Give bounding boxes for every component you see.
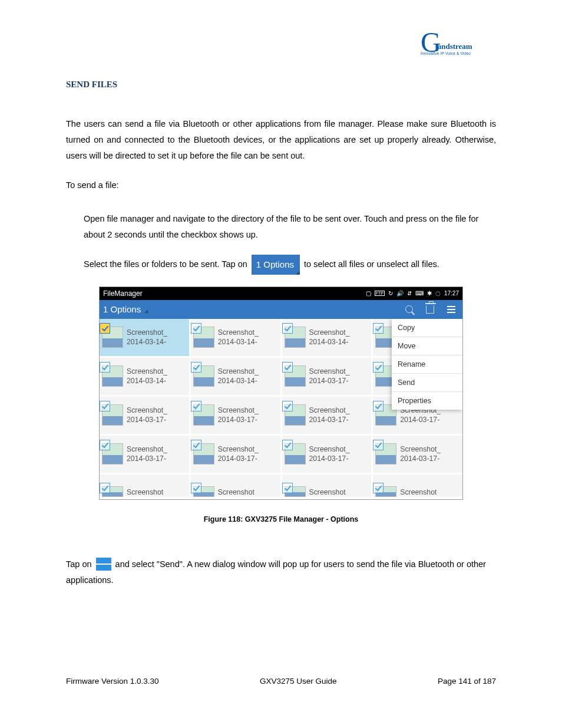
checkbox-icon[interactable] xyxy=(282,323,293,334)
file-thumbnail xyxy=(285,443,306,465)
delete-button[interactable] xyxy=(422,302,438,317)
hamburger-chip-inline xyxy=(96,558,111,571)
file-label: Screenshot xyxy=(218,487,254,498)
checkbox-icon[interactable] xyxy=(282,440,293,450)
file-cell[interactable]: Screenshot_2014-03-17- xyxy=(100,397,191,436)
checkbox-icon[interactable] xyxy=(373,323,384,334)
step-1: Open file manager and navigate to the di… xyxy=(66,211,496,243)
file-label: Screenshot_2014-03-14- xyxy=(127,328,167,347)
checkbox-icon[interactable] xyxy=(373,362,384,373)
app-title: FileManager xyxy=(103,289,143,298)
file-cell[interactable]: Screenshot_2014-03-14- xyxy=(191,319,282,358)
menu-rename[interactable]: Rename xyxy=(392,355,462,374)
footer-left: Firmware Version 1.0.3.30 xyxy=(66,677,159,686)
checkbox-icon[interactable] xyxy=(191,362,201,373)
file-thumbnail xyxy=(193,365,214,387)
file-cell[interactable]: Screenshot_2014-03-17- xyxy=(282,436,373,475)
menu-copy[interactable]: Copy xyxy=(392,319,462,337)
file-thumbnail xyxy=(285,327,306,348)
file-cell[interactable]: Screenshot_2014-03-14- xyxy=(191,358,282,397)
file-cell[interactable]: Screenshot_2014-03-17- xyxy=(191,436,282,475)
bluetooth-icon: ✱ xyxy=(427,290,432,297)
checkbox-icon[interactable] xyxy=(191,323,201,334)
checkbox-icon[interactable] xyxy=(100,362,110,373)
step-3-pre: Tap on xyxy=(66,559,94,568)
menu-button[interactable] xyxy=(444,302,459,317)
checkbox-icon[interactable] xyxy=(282,401,293,411)
file-cell[interactable]: Screenshot_2014-03-17- xyxy=(191,397,282,436)
checkbox-icon[interactable] xyxy=(373,401,384,411)
checkbox-icon[interactable] xyxy=(100,401,110,411)
options-chip-inline: 1 Options xyxy=(252,255,300,275)
file-cell[interactable]: Screenshot xyxy=(282,475,373,498)
file-cell[interactable]: Screenshot xyxy=(373,475,462,498)
file-label: Screenshot xyxy=(309,487,346,498)
file-label: Screenshot_2014-03-14- xyxy=(218,328,259,347)
file-label: Screenshot_2014-03-17- xyxy=(127,444,167,464)
step-2-post: to select all files or unselect all file… xyxy=(304,259,439,269)
page-footer: Firmware Version 1.0.3.30 GXV3275 User G… xyxy=(66,677,496,686)
file-cell[interactable]: Screenshot_2014-03-14- xyxy=(100,319,191,358)
file-thumbnail xyxy=(102,486,123,497)
footer-center: GXV3275 User Guide xyxy=(260,677,337,686)
checkbox-icon[interactable] xyxy=(191,401,201,411)
file-cell[interactable]: Screenshot xyxy=(100,475,191,498)
checkbox-icon[interactable] xyxy=(282,362,293,373)
checkbox-icon[interactable] xyxy=(373,483,384,493)
checkbox-icon[interactable] xyxy=(191,440,201,450)
file-label: Screenshot_2014-03-14- xyxy=(127,367,167,386)
step-2-pre: Select the files or folders to be sent. … xyxy=(84,259,250,269)
file-cell[interactable]: Screenshot_2014-03-17- xyxy=(282,358,373,397)
clock-icon: ◌ xyxy=(435,290,441,297)
lead-in-text: To send a file: xyxy=(66,177,496,193)
checkbox-icon[interactable] xyxy=(282,483,293,493)
keyboard-icon: ⌨ xyxy=(415,290,424,297)
file-thumbnail xyxy=(375,486,396,497)
checkbox-icon[interactable] xyxy=(191,483,201,493)
picture-icon: ▢ xyxy=(366,290,371,297)
file-label: Screenshot_2014-03-17- xyxy=(309,444,350,464)
file-thumbnail xyxy=(193,443,214,465)
status-icons: ▢ FTP ↻ 🔊 ⇵ ⌨ ✱ ◌ 17:27 xyxy=(366,290,459,297)
sync-icon: ↻ xyxy=(388,290,393,297)
step-3-post: and select "Send". A new dialog window w… xyxy=(66,559,486,585)
checkbox-icon[interactable] xyxy=(100,323,110,334)
checkbox-icon[interactable] xyxy=(100,483,110,493)
context-menu: Copy Move Rename Send Properties xyxy=(392,319,462,410)
options-dropdown[interactable]: 1 Options xyxy=(103,304,147,314)
titlebar: FileManager ▢ FTP ↻ 🔊 ⇵ ⌨ ✱ ◌ 17:27 xyxy=(100,287,462,300)
wifi-icon: ⇵ xyxy=(407,290,412,297)
file-thumbnail xyxy=(102,365,123,387)
file-cell[interactable]: Screenshot_2014-03-14- xyxy=(282,319,373,358)
trash-icon xyxy=(426,305,434,314)
file-cell[interactable]: Screenshot_2014-03-17- xyxy=(282,397,373,436)
menu-properties[interactable]: Properties xyxy=(392,392,462,410)
status-time: 17:27 xyxy=(444,290,459,297)
file-label: Screenshot_2014-03-17- xyxy=(400,444,441,464)
file-thumbnail xyxy=(193,486,214,497)
file-thumbnail xyxy=(193,404,214,426)
filemanager-screenshot: FileManager ▢ FTP ↻ 🔊 ⇵ ⌨ ✱ ◌ 17:27 1 Op… xyxy=(99,286,463,500)
file-cell[interactable]: Screenshot_2014-03-17- xyxy=(100,436,191,475)
file-label: Screenshot_2014-03-14- xyxy=(309,328,350,347)
file-label: Screenshot_2014-03-17- xyxy=(218,444,259,464)
step-3: Tap on and select "Send". A new dialog w… xyxy=(66,556,496,588)
checkbox-icon[interactable] xyxy=(100,440,110,450)
figure-caption: Figure 118: GXV3275 File Manager - Optio… xyxy=(66,515,496,523)
file-label: Screenshot xyxy=(400,487,437,498)
file-cell[interactable]: Screenshot_2014-03-17- xyxy=(373,436,462,475)
file-label: Screenshot xyxy=(127,487,163,498)
file-label: Screenshot_2014-03-17- xyxy=(218,406,259,425)
file-label: Screenshot_2014-03-14- xyxy=(218,367,259,386)
menu-send[interactable]: Send xyxy=(392,374,462,392)
menu-move[interactable]: Move xyxy=(392,337,462,355)
file-cell[interactable]: Screenshot xyxy=(191,475,282,498)
file-thumbnail xyxy=(102,327,123,348)
file-thumbnail xyxy=(102,443,123,465)
step-2: Select the files or folders to be sent. … xyxy=(66,255,496,275)
search-button[interactable] xyxy=(401,302,416,317)
checkbox-icon[interactable] xyxy=(373,440,384,450)
file-thumbnail xyxy=(102,404,123,426)
search-icon xyxy=(405,305,413,313)
file-cell[interactable]: Screenshot_2014-03-14- xyxy=(100,358,191,397)
